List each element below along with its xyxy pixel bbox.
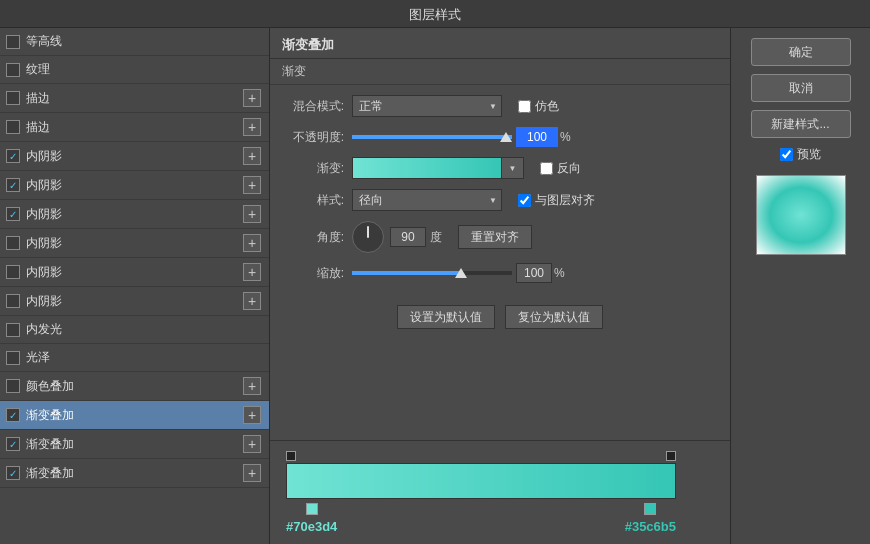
sidebar-item-inner-shadow3[interactable]: 内阴影 +: [0, 200, 269, 229]
set-default-btn[interactable]: 设置为默认值: [397, 305, 495, 329]
handle-top-right[interactable]: [666, 451, 676, 461]
checkbox-stroke2[interactable]: [6, 120, 20, 134]
preview-label: 预览: [797, 146, 821, 163]
add-gradient-overlay2-btn[interactable]: +: [243, 435, 261, 453]
color-stop-left[interactable]: [306, 503, 318, 515]
opacity-slider[interactable]: [352, 129, 512, 145]
angle-row: 角度: 度 重置对齐: [282, 221, 718, 253]
sidebar: 等高线 纹理 描边 + 描边 + 内阴影 + 内阴影 + 内阴影: [0, 28, 270, 544]
checkbox-inner-shadow5[interactable]: [6, 265, 20, 279]
opacity-thumb[interactable]: [500, 132, 512, 142]
add-inner-shadow3-btn[interactable]: +: [243, 205, 261, 223]
checkbox-equalizer[interactable]: [6, 35, 20, 49]
add-stroke2-btn[interactable]: +: [243, 118, 261, 136]
gradient-bar[interactable]: [352, 157, 502, 179]
gradient-label: 渐变:: [282, 160, 352, 177]
panel-subtitle: 渐变: [282, 64, 306, 78]
add-inner-shadow6-btn[interactable]: +: [243, 292, 261, 310]
panel-header: 渐变叠加: [270, 28, 730, 59]
ok-btn[interactable]: 确定: [751, 38, 851, 66]
main-gradient-bar[interactable]: [286, 463, 676, 499]
checkbox-gradient-overlay3[interactable]: [6, 466, 20, 480]
scale-row: 缩放: %: [282, 263, 718, 283]
add-stroke1-btn[interactable]: +: [243, 89, 261, 107]
sidebar-label-stroke2: 描边: [26, 119, 243, 136]
checkbox-gradient-overlay2[interactable]: [6, 437, 20, 451]
checkbox-inner-shadow3[interactable]: [6, 207, 20, 221]
sidebar-item-stroke1[interactable]: 描边 +: [0, 84, 269, 113]
bottom-handles-row: #70e3d4 #35c6b5: [286, 499, 676, 534]
sidebar-label-equalizer: 等高线: [26, 33, 261, 50]
add-gradient-overlay3-btn[interactable]: +: [243, 464, 261, 482]
sidebar-item-gradient-overlay3[interactable]: 渐变叠加 +: [0, 459, 269, 488]
color-right-label: #35c6b5: [625, 519, 676, 534]
sidebar-label-inner-shadow3: 内阴影: [26, 206, 243, 223]
scale-input[interactable]: [516, 263, 552, 283]
preview-checkbox[interactable]: [780, 148, 793, 161]
checkbox-inner-shadow4[interactable]: [6, 236, 20, 250]
sidebar-item-texture[interactable]: 纹理: [0, 56, 269, 84]
angle-dial[interactable]: [352, 221, 384, 253]
sidebar-item-stroke2[interactable]: 描边 +: [0, 113, 269, 142]
sidebar-item-equalizer[interactable]: 等高线: [0, 28, 269, 56]
blend-mode-select-wrapper: 正常 溶解 变暗 正片叠底: [352, 95, 502, 117]
add-gradient-overlay1-btn[interactable]: +: [243, 406, 261, 424]
opacity-track: [352, 135, 512, 139]
checkbox-texture[interactable]: [6, 63, 20, 77]
reverse-checkbox[interactable]: [540, 162, 553, 175]
reset-default-btn[interactable]: 复位为默认值: [505, 305, 603, 329]
reverse-label: 反向: [557, 160, 581, 177]
handle-top-left[interactable]: [286, 451, 296, 461]
align-to-layer-checkbox[interactable]: [518, 194, 531, 207]
sidebar-item-color-overlay[interactable]: 颜色叠加 +: [0, 372, 269, 401]
sidebar-item-inner-glow[interactable]: 内发光: [0, 316, 269, 344]
reset-align-btn[interactable]: 重置对齐: [458, 225, 532, 249]
add-inner-shadow5-btn[interactable]: +: [243, 263, 261, 281]
style-select[interactable]: 线性 径向 角度 对称 菱形: [352, 189, 502, 211]
style-label: 样式:: [282, 192, 352, 209]
checkbox-stroke1[interactable]: [6, 91, 20, 105]
add-inner-shadow2-btn[interactable]: +: [243, 176, 261, 194]
title-bar: 图层样式: [0, 0, 870, 28]
checkbox-gloss[interactable]: [6, 351, 20, 365]
opacity-row: 不透明度: %: [282, 127, 718, 147]
sidebar-item-gradient-overlay2[interactable]: 渐变叠加 +: [0, 430, 269, 459]
preview-checkbox-row: 预览: [780, 146, 821, 163]
checkbox-gradient-overlay1[interactable]: [6, 408, 20, 422]
blend-mode-select[interactable]: 正常 溶解 变暗 正片叠底: [352, 95, 502, 117]
sidebar-item-inner-shadow6[interactable]: 内阴影 +: [0, 287, 269, 316]
opacity-label: 不透明度:: [282, 129, 352, 146]
opacity-input[interactable]: [516, 127, 558, 147]
scale-slider[interactable]: [352, 265, 512, 281]
blend-mode-row: 混合模式: 正常 溶解 变暗 正片叠底 仿色: [282, 95, 718, 117]
checkbox-inner-glow[interactable]: [6, 323, 20, 337]
checkbox-inner-shadow1[interactable]: [6, 149, 20, 163]
angle-input[interactable]: [390, 227, 426, 247]
sidebar-item-gradient-overlay1[interactable]: 渐变叠加 +: [0, 401, 269, 430]
top-handles: [286, 451, 676, 463]
color-stop-right[interactable]: [644, 503, 656, 515]
sidebar-item-inner-shadow2[interactable]: 内阴影 +: [0, 171, 269, 200]
scale-unit: %: [554, 266, 565, 280]
checkbox-inner-shadow2[interactable]: [6, 178, 20, 192]
scale-fill: [352, 271, 461, 275]
new-style-btn[interactable]: 新建样式...: [751, 110, 851, 138]
add-color-overlay-btn[interactable]: +: [243, 377, 261, 395]
add-inner-shadow1-btn[interactable]: +: [243, 147, 261, 165]
add-inner-shadow4-btn[interactable]: +: [243, 234, 261, 252]
scale-thumb[interactable]: [455, 268, 467, 278]
sidebar-item-inner-shadow4[interactable]: 内阴影 +: [0, 229, 269, 258]
sidebar-item-inner-shadow5[interactable]: 内阴影 +: [0, 258, 269, 287]
sidebar-item-inner-shadow1[interactable]: 内阴影 +: [0, 142, 269, 171]
sidebar-label-gradient-overlay2: 渐变叠加: [26, 436, 243, 453]
sidebar-item-gloss[interactable]: 光泽: [0, 344, 269, 372]
right-panel: 确定 取消 新建样式... 预览: [730, 28, 870, 544]
sidebar-label-inner-shadow5: 内阴影: [26, 264, 243, 281]
checkbox-color-overlay[interactable]: [6, 379, 20, 393]
cancel-btn[interactable]: 取消: [751, 74, 851, 102]
sidebar-label-inner-shadow2: 内阴影: [26, 177, 243, 194]
gradient-dropdown-btn[interactable]: ▼: [502, 157, 524, 179]
window-title: 图层样式: [409, 7, 461, 22]
checkbox-inner-shadow6[interactable]: [6, 294, 20, 308]
simulate-color-checkbox[interactable]: [518, 100, 531, 113]
